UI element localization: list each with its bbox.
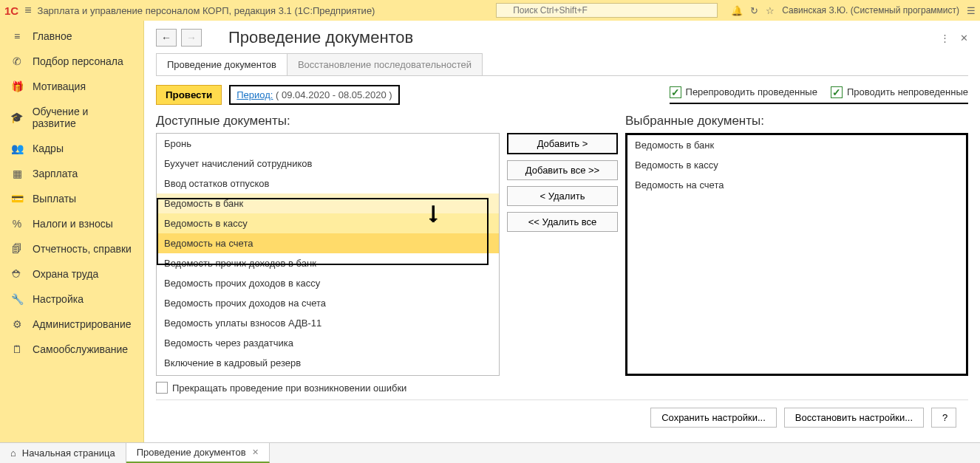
period-value: ( 09.04.2020 - 08.05.2020 ) [276,89,392,100]
tab-sequences[interactable]: Восстановление последовательностей [287,53,483,75]
sidebar-label: Зарплата [33,168,78,179]
sidebar-item-3[interactable]: 🎓Обучение и развитие [0,99,143,136]
available-row[interactable]: Ведомость в кассу [157,213,499,233]
sidebar-item-12[interactable]: 🗒Самообслуживание [0,337,143,362]
sidebar-item-0[interactable]: ≡Главное [0,24,143,49]
selected-label: Выбранные документы: [625,114,968,128]
sidebar-label: Самообслуживание [33,343,128,355]
stop-on-error-checkbox[interactable] [156,382,168,394]
sidebar-label: Администрирование [33,318,132,330]
available-row[interactable]: Ведомость на счета [157,233,499,253]
sidebar-item-9[interactable]: ⛑Охрана труда [0,261,143,287]
sidebar-icon: 🔧 [10,293,24,305]
selected-row[interactable]: Ведомость на счета [627,175,966,195]
nav-forward-button[interactable]: → [181,29,202,47]
sidebar-icon: ⚙ [10,318,24,330]
sidebar-item-8[interactable]: 🗐Отчетность, справки [0,236,143,261]
save-settings-button[interactable]: Сохранить настройки... [650,408,777,428]
sidebar-icon: 🎁 [10,80,24,92]
available-row[interactable]: Ведомость уплаты взносов АДВ-11 [157,313,499,333]
selected-row[interactable]: Ведомость в банк [627,135,966,155]
history-icon[interactable]: ↻ [750,5,758,16]
sidebar-item-11[interactable]: ⚙Администрирование [0,312,143,337]
sidebar-icon: ⛑ [10,268,24,280]
logo-1c: 1C [4,4,18,17]
help-button[interactable]: ? [931,408,956,428]
sidebar-item-6[interactable]: 💳Выплаты [0,186,143,211]
sidebar-label: Кадры [33,143,64,154]
sidebar-label: Отчетность, справки [33,243,132,255]
bell-icon[interactable]: 🔔 [731,5,743,16]
execute-button[interactable]: Провести [156,85,222,105]
sidebar-label: Подбор персонала [33,55,123,67]
add-button[interactable]: Добавить > [507,133,618,154]
sidebar-icon: 💳 [10,193,24,205]
close-tab-icon[interactable]: ✕ [252,447,259,457]
sidebar-icon: ▦ [10,168,24,179]
user-label[interactable]: Савинская З.Ю. (Системный программист) [782,5,959,16]
sidebar-label: Налоги и взносы [33,218,113,230]
add-all-button[interactable]: Добавить все >> [507,160,618,180]
sidebar-label: Обучение и развитие [33,106,133,129]
sidebar-icon: 👥 [10,143,24,154]
sidebar-item-1[interactable]: ✆Подбор персонала [0,49,143,74]
hamburger-icon[interactable]: ≡ [24,4,31,17]
tab-processing[interactable]: Проведение документов [156,53,287,75]
sidebar-icon: 🗐 [10,243,24,255]
sidebar-item-7[interactable]: %Налоги и взносы [0,211,143,236]
available-row[interactable]: Бухучет начислений сотрудников [157,154,499,174]
available-row[interactable]: Ведомость в банк [157,193,499,213]
close-icon[interactable]: ✕ [960,32,968,44]
selected-row[interactable]: Ведомость в кассу [627,155,966,175]
available-row[interactable]: Ведомость прочих доходов в банк [157,253,499,273]
available-row[interactable]: Ведомость прочих доходов на счета [157,293,499,313]
home-tab[interactable]: ⌂ Начальная страница [0,443,126,463]
more-icon[interactable]: ⋮ [940,32,950,44]
search-input[interactable] [496,3,718,18]
app-title: Зарплата и управление персоналом КОРП, р… [38,5,375,16]
sidebar-item-5[interactable]: ▦Зарплата [0,161,143,186]
available-label: Доступные документы: [156,114,500,128]
selected-list[interactable]: Ведомость в банкВедомость в кассуВедомос… [625,133,968,376]
restore-settings-button[interactable]: Восстановить настройки... [784,408,924,428]
available-row[interactable]: Ведомость через раздатчика [157,333,499,353]
sidebar-item-4[interactable]: 👥Кадры [0,136,143,161]
sidebar-label: Настройка [33,293,84,305]
sidebar-label: Мотивация [33,80,86,92]
available-list[interactable]: 🠗 БроньБухучет начислений сотрудниковВво… [156,133,500,376]
available-row[interactable]: Бронь [157,134,499,154]
period-box[interactable]: Период: ( 09.04.2020 - 08.05.2020 ) [229,85,399,105]
available-row[interactable]: Ведомость прочих доходов в кассу [157,273,499,293]
sidebar-icon: % [10,218,24,230]
post-unposted-checkbox[interactable]: ✓ Проводить непроведенные [831,86,968,98]
repost-checkbox[interactable]: ✓ Перепроводить проведенные [670,86,817,98]
current-tab[interactable]: Проведение документов ✕ [126,443,270,463]
sidebar-item-2[interactable]: 🎁Мотивация [0,74,143,99]
sidebar-item-10[interactable]: 🔧Настройка [0,287,143,312]
sidebar-icon: ✆ [10,55,24,67]
remove-all-button[interactable]: << Удалить все [507,212,618,232]
sidebar-label: Выплаты [33,193,76,205]
page-title: Проведение документов [228,28,413,47]
nav-back-button[interactable]: ← [156,29,177,47]
available-row[interactable]: Включение в кадровый резерв [157,353,499,373]
sidebar-label: Главное [33,30,72,42]
stop-on-error-label: Прекращать проведение при возникновении … [172,383,406,394]
sidebar-icon: 🎓 [10,112,24,123]
available-row[interactable]: Ввод остатков отпусков [157,174,499,193]
sidebar-label: Охрана труда [33,268,98,280]
check-icon: ✓ [831,86,843,98]
home-icon: ⌂ [10,447,16,459]
sidebar-icon: 🗒 [10,343,24,355]
sidebar-icon: ≡ [10,30,24,42]
period-link[interactable]: Период: [237,89,273,100]
menu-filter-icon[interactable]: ☰ [967,5,976,16]
star-icon[interactable]: ☆ [766,5,775,16]
check-icon: ✓ [670,86,681,98]
remove-button[interactable]: < Удалить [507,186,618,206]
